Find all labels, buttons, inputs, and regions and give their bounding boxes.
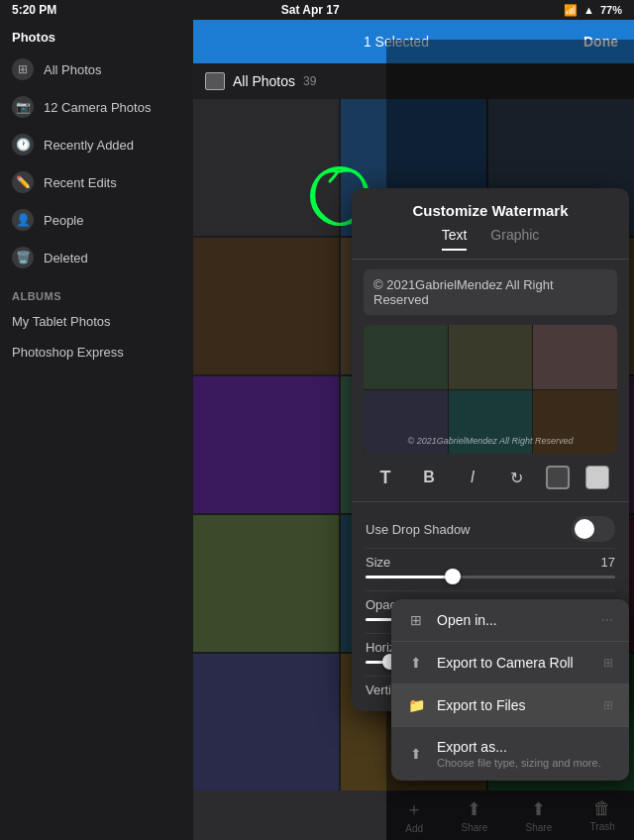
photo-cell[interactable] xyxy=(193,654,339,790)
italic-button[interactable]: I xyxy=(459,464,486,491)
export-as-label: Export as... xyxy=(437,739,601,755)
open-in-label: Open in... xyxy=(437,612,497,628)
export-files-icon: 📁 xyxy=(407,696,425,714)
photoshop-express-label: Photoshop Express xyxy=(12,345,124,360)
export-camera-roll-icon: ⬆ xyxy=(407,654,425,672)
recently-added-icon: 🕐 xyxy=(12,134,34,156)
sidebar: Photos ⊞ All Photos 📷 12 Camera Photos 🕐… xyxy=(0,20,193,840)
export-as-button[interactable]: ⬆ Export as... Choose file type, sizing … xyxy=(391,727,629,781)
sidebar-item-photoshop-express[interactable]: Photoshop Express xyxy=(0,337,193,368)
preview-area: © 2021GabrielMendez All Right Reserved xyxy=(364,325,617,454)
all-photos-icon: ⊞ xyxy=(12,58,34,80)
camera-icon: 📷 xyxy=(12,96,34,118)
photo-cell[interactable] xyxy=(193,99,339,236)
photo-cell[interactable] xyxy=(193,238,339,374)
drop-shadow-label: Use Drop Shadow xyxy=(366,522,471,537)
albums-section-label: ALBUMS xyxy=(0,276,193,306)
export-camera-roll-label: Export to Camera Roll xyxy=(437,655,574,671)
battery-percent: 77% xyxy=(600,4,622,16)
sidebar-label-recent-edits: Recent Edits xyxy=(44,175,117,190)
export-files-extra: ⊞ xyxy=(603,698,613,712)
battery-icon: 📶 xyxy=(564,4,578,17)
photo-cell[interactable] xyxy=(193,376,339,513)
format-toolbar: T B I ↻ xyxy=(352,454,629,502)
export-as-content: Export as... Choose file type, sizing an… xyxy=(437,739,601,769)
sidebar-header: Photos xyxy=(0,20,193,51)
size-slider-track[interactable] xyxy=(366,576,615,578)
rotate-button[interactable]: ↻ xyxy=(502,464,530,491)
watermark-text-input[interactable]: © 2021GabrielMendez All Right Reserved xyxy=(364,269,617,315)
recent-edits-icon: ✏️ xyxy=(12,171,34,193)
drop-shadow-row: Use Drop Shadow xyxy=(366,510,615,549)
sidebar-item-recent-edits[interactable]: ✏️ Recent Edits xyxy=(0,163,193,201)
text-format-button[interactable]: T xyxy=(371,464,399,491)
sidebar-label-camera-roll: 12 Camera Photos xyxy=(44,100,151,115)
export-camera-roll-button[interactable]: ⬆ Export to Camera Roll ⊞ xyxy=(391,642,629,684)
status-date: Sat Apr 17 xyxy=(281,3,340,17)
open-in-button[interactable]: ⊞ Open in... ⋯ xyxy=(391,599,629,642)
toggle-knob xyxy=(575,519,594,539)
tablet-photos-label: My Tablet Photos xyxy=(12,314,110,329)
people-icon: 👤 xyxy=(12,209,34,231)
size-slider-thumb[interactable] xyxy=(445,569,461,584)
export-as-icon: ⬆ xyxy=(407,745,425,763)
sidebar-item-all-photos[interactable]: ⊞ All Photos xyxy=(0,51,193,88)
open-in-icon: ⊞ xyxy=(407,611,425,629)
size-slider-row: Size 17 xyxy=(366,549,615,591)
wifi-icon: ▲ xyxy=(583,4,594,16)
sidebar-item-deleted[interactable]: 🗑️ Deleted xyxy=(0,239,193,276)
export-as-sub: Choose file type, sizing and more. xyxy=(437,757,601,769)
drop-shadow-toggle[interactable] xyxy=(572,516,615,542)
album-grid-icon xyxy=(205,72,225,90)
sidebar-item-recently-added[interactable]: 🕐 Recently Added xyxy=(0,126,193,163)
sidebar-label-deleted: Deleted xyxy=(44,251,88,265)
deleted-icon: 🗑️ xyxy=(12,247,34,268)
status-bar: 5:20 PM Sat Apr 17 📶 ▲ 77% xyxy=(0,0,634,20)
size-value: 17 xyxy=(601,555,615,570)
light-color-swatch[interactable] xyxy=(585,466,609,489)
all-photos-title: All Photos xyxy=(233,73,295,89)
main-content: 1 Selected Done All Photos 39 xyxy=(193,20,634,840)
bold-button[interactable]: B xyxy=(415,464,443,491)
dark-color-swatch[interactable] xyxy=(546,466,570,489)
context-menu: ⊞ Open in... ⋯ ⬆ Export to Camera Roll ⊞… xyxy=(391,599,629,781)
tab-graphic[interactable]: Graphic xyxy=(490,227,539,251)
photo-cell[interactable] xyxy=(193,515,339,652)
sidebar-label-people: People xyxy=(44,213,83,228)
tab-text[interactable]: Text xyxy=(442,227,468,251)
sidebar-label-all-photos: All Photos xyxy=(44,62,102,77)
dialog-title: Customize Watermark xyxy=(352,188,629,227)
sidebar-item-tablet-photos[interactable]: My Tablet Photos xyxy=(0,306,193,337)
preview-watermark: © 2021GabrielMendez All Right Reserved xyxy=(364,436,617,446)
sidebar-item-camera-roll[interactable]: 📷 12 Camera Photos xyxy=(0,88,193,126)
open-in-arrow: ⋯ xyxy=(601,613,613,627)
size-slider-fill xyxy=(366,576,453,578)
export-camera-roll-extra: ⊞ xyxy=(603,656,613,670)
export-files-label: Export to Files xyxy=(437,697,525,713)
size-label: Size xyxy=(366,555,390,570)
sidebar-label-recently-added: Recently Added xyxy=(44,138,134,153)
export-files-button[interactable]: 📁 Export to Files ⊞ xyxy=(391,684,629,727)
status-time: 5:20 PM xyxy=(12,3,56,17)
sidebar-item-people[interactable]: 👤 People xyxy=(0,201,193,239)
photo-count: 39 xyxy=(303,74,316,88)
dialog-tabs: Text Graphic xyxy=(352,227,629,260)
